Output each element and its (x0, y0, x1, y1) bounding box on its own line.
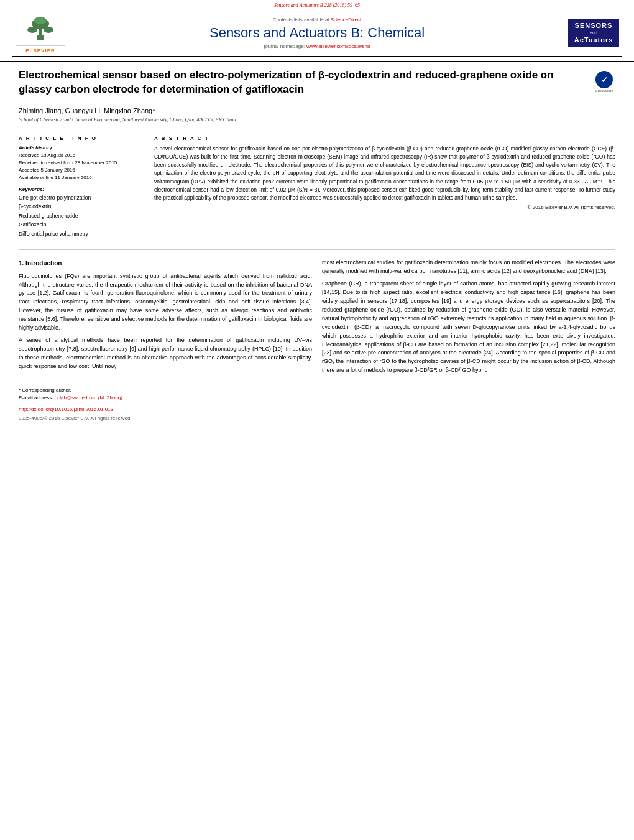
sciencedirect-link[interactable]: ScienceDirect (331, 17, 361, 22)
body-col1-p1: Fluoroquinolones (FQs) are important syn… (19, 272, 312, 333)
corresponding-note: * Corresponding author. (19, 387, 312, 394)
crossmark-badge[interactable]: ✓ CrossMark (593, 71, 615, 93)
history-group: Article history: Received 18 August 2015… (19, 145, 143, 182)
body-two-col: 1. Introduction Fluoroquinolones (FQs) a… (19, 259, 615, 422)
sensors-text: SENSORS (569, 21, 618, 30)
elsevier-tree-icon (25, 17, 56, 41)
elsevier-logo-box (16, 12, 65, 46)
journal-header: Sensors and Actuators B 228 (2016) 59–65… (0, 0, 634, 62)
journal-header-main: ELSEVIER Contents lists available at Sci… (0, 9, 634, 56)
accepted: Accepted 5 January 2016 (19, 167, 143, 174)
article-info-abstract: A R T I C L E I N F O Article history: R… (19, 129, 615, 250)
received1: Received 18 August 2015 (19, 152, 143, 159)
actuators-text: AcTuators (569, 35, 618, 44)
keywords-label: Keywords: (19, 187, 143, 192)
keywords-group: Keywords: One-pot electro-polymerization… (19, 187, 143, 238)
keyword-item: β-cyclodextrin (19, 202, 143, 211)
homepage-link[interactable]: www.elsevier.com/locate/snb (306, 44, 370, 49)
contents-line: Contents lists available at ScienceDirec… (68, 17, 566, 22)
article-content: Electrochemical sensor based on electro-… (0, 62, 634, 428)
authors-line: Zhiming Jiang, Guangyu Li, Mingxiao Zhan… (19, 107, 615, 114)
issn-line: 0925-4005/© 2016 Elsevier B.V. All right… (19, 415, 312, 422)
abstract-col: A B S T R A C T A novel electrochemical … (154, 136, 615, 243)
article-info-label: A R T I C L E I N F O (19, 136, 143, 141)
body-col-left: 1. Introduction Fluoroquinolones (FQs) a… (19, 259, 312, 422)
keyword-item: Gatifloxacin (19, 220, 143, 229)
article-title: Electrochemical sensor based on electro-… (19, 68, 587, 97)
keywords-list: One-pot electro-polymerizationβ-cyclodex… (19, 193, 143, 238)
abstract-label: A B S T R A C T (154, 136, 615, 141)
crossmark-label: CrossMark (595, 89, 613, 93)
received2: Received in revised form 28 November 201… (19, 159, 143, 167)
body-col2-p2: Graphene (GR), a transparent sheet of si… (322, 280, 615, 375)
section1-heading: 1. Introduction (19, 259, 312, 269)
affiliation: School of Chemistry and Chemical Enginee… (19, 116, 615, 122)
sensors-and-text: and (569, 30, 618, 35)
copyright-line: © 2016 Elsevier B.V. All rights reserved… (154, 205, 615, 210)
journal-title-text: Sensors and Actuators B: Chemical (68, 25, 566, 41)
email-label: E-mail address: (19, 395, 53, 400)
page: Sensors and Actuators B 228 (2016) 59–65… (0, 0, 634, 840)
email-value: pclab@swu.edu.cn (M. Zhang). (55, 395, 124, 400)
journal-top-bar: Sensors and Actuators B 228 (2016) 59–65 (0, 0, 634, 9)
journal-title-center: Contents lists available at ScienceDirec… (68, 17, 566, 49)
header-divider (12, 56, 622, 57)
svg-point-3 (27, 27, 37, 33)
keyword-item: Reduced-graphene oxide (19, 211, 143, 220)
email-note: E-mail address: pclab@swu.edu.cn (M. Zha… (19, 394, 312, 402)
journal-citation: Sensors and Actuators B 228 (2016) 59–65 (274, 2, 360, 8)
body-col-right: most electrochemical studies for gatiflo… (322, 259, 615, 422)
title-section: Electrochemical sensor based on electro-… (19, 68, 615, 102)
footnote-section: * Corresponding author. E-mail address: … (19, 384, 312, 423)
article-info-col: A R T I C L E I N F O Article history: R… (19, 136, 143, 243)
history-label: Article history: (19, 145, 143, 150)
journal-homepage-line: journal homepage: www.elsevier.com/locat… (68, 44, 566, 49)
elsevier-text: ELSEVIER (25, 48, 55, 53)
crossmark-icon: ✓ (595, 71, 613, 88)
available-online: Available online 11 January 2016 (19, 174, 143, 182)
keyword-item: Differential pulse voltammetry (19, 229, 143, 238)
body-col2-p1: most electrochemical studies for gatiflo… (322, 259, 615, 276)
elsevier-logo: ELSEVIER (12, 12, 68, 53)
body-col1-p2: A series of analytical methods have been… (19, 336, 312, 371)
authors-text: Zhiming Jiang, Guangyu Li, Mingxiao Zhan… (19, 107, 155, 114)
keyword-item: One-pot electro-polymerization (19, 193, 143, 202)
sensors-logo-box: SENSORS and AcTuators (568, 19, 619, 47)
sensors-actuators-logo: SENSORS and AcTuators (566, 19, 622, 47)
abstract-text: A novel electrochemical sensor for gatif… (154, 145, 615, 202)
doi-line[interactable]: http://dx.doi.org/10.1016/j.snb.2016.01.… (19, 406, 312, 413)
svg-point-4 (44, 27, 53, 33)
